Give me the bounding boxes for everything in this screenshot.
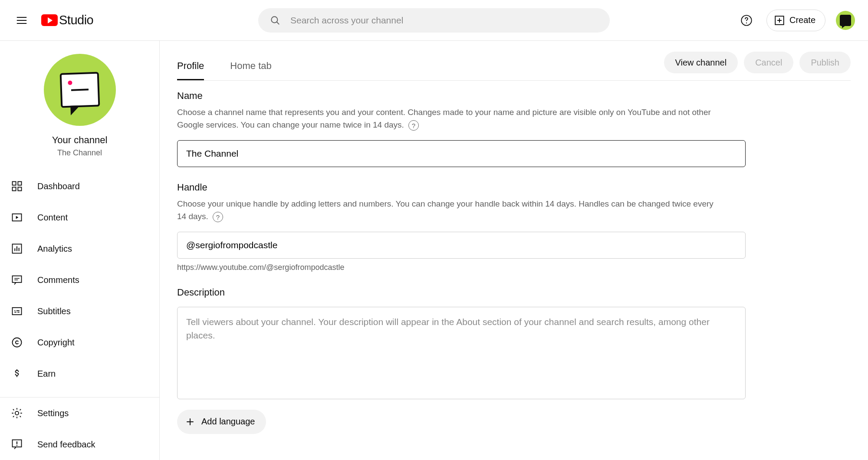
svg-point-15 <box>16 445 17 446</box>
handle-description: Choose your unique handle by adding lett… <box>177 197 724 223</box>
sidebar-item-label: Settings <box>37 408 69 418</box>
comments-icon <box>10 273 23 286</box>
sidebar-item-subtitles[interactable]: Subtitles <box>0 296 159 327</box>
sidebar-item-analytics[interactable]: Analytics <box>0 233 159 264</box>
logo-text: Studio <box>59 13 93 27</box>
sidebar: Your channel The Channel Dashboard Conte… <box>0 41 160 460</box>
svg-rect-6 <box>13 187 16 191</box>
svg-point-13 <box>15 411 19 415</box>
channel-avatar-icon <box>59 72 100 108</box>
youtube-play-icon <box>41 14 58 26</box>
handle-section: Handle Choose your unique handle by addi… <box>177 182 750 272</box>
copyright-icon <box>10 336 23 349</box>
sidebar-item-earn[interactable]: Earn <box>0 358 159 389</box>
publish-button[interactable]: Publish <box>799 52 851 73</box>
tab-home[interactable]: Home tab <box>230 60 271 80</box>
svg-rect-4 <box>13 182 16 185</box>
svg-rect-11 <box>13 308 22 315</box>
help-icon[interactable]: ? <box>213 212 223 222</box>
sidebar-item-label: Copyright <box>37 338 75 348</box>
name-input[interactable] <box>186 148 736 159</box>
channel-name: The Channel <box>57 148 102 158</box>
sidebar-item-comments[interactable]: Comments <box>0 264 159 296</box>
earn-icon <box>10 367 23 380</box>
sidebar-item-label: Send feedback <box>37 440 95 450</box>
sidebar-item-copyright[interactable]: Copyright <box>0 327 159 358</box>
sidebar-item-content[interactable]: Content <box>0 202 159 233</box>
menu-icon[interactable] <box>13 12 30 29</box>
account-avatar[interactable] <box>836 11 855 30</box>
svg-rect-5 <box>18 182 21 185</box>
channel-avatar[interactable] <box>44 54 116 126</box>
sidebar-item-settings[interactable]: Settings <box>0 398 159 429</box>
handle-heading: Handle <box>177 182 750 193</box>
name-field-wrapper <box>177 140 746 167</box>
studio-logo[interactable]: Studio <box>41 13 93 27</box>
description-section: Description Add language <box>177 287 750 434</box>
description-heading: Description <box>177 287 750 298</box>
svg-rect-7 <box>18 187 21 191</box>
sidebar-item-label: Subtitles <box>37 306 71 316</box>
plus-icon <box>185 417 195 427</box>
main-content: Profile Home tab View channel Cancel Pub… <box>160 41 868 460</box>
sidebar-item-label: Content <box>37 213 68 223</box>
dashboard-icon <box>10 180 23 193</box>
channel-title: Your channel <box>52 135 108 146</box>
sidebar-item-label: Earn <box>37 369 56 379</box>
analytics-icon <box>10 242 23 255</box>
name-description: Choose a channel name that represents yo… <box>177 106 724 131</box>
avatar-icon <box>840 15 851 26</box>
search-bar[interactable] <box>258 8 610 33</box>
create-icon <box>774 15 785 26</box>
handle-input[interactable] <box>186 240 736 250</box>
add-language-label: Add language <box>201 417 255 427</box>
svg-point-12 <box>13 338 22 347</box>
content-icon <box>10 211 23 224</box>
description-field-wrapper <box>177 307 746 399</box>
gear-icon <box>10 407 23 420</box>
sidebar-item-label: Analytics <box>37 244 72 254</box>
app-header: Studio Create <box>0 0 868 41</box>
add-language-button[interactable]: Add language <box>177 410 266 434</box>
search-icon <box>270 15 281 26</box>
sidebar-item-label: Comments <box>37 275 79 285</box>
help-icon[interactable]: ? <box>408 120 419 131</box>
tab-profile[interactable]: Profile <box>177 60 204 80</box>
search-input[interactable] <box>290 15 598 26</box>
name-heading: Name <box>177 90 750 102</box>
create-button[interactable]: Create <box>766 10 825 31</box>
svg-point-2 <box>746 22 747 23</box>
sidebar-item-send-feedback[interactable]: Send feedback <box>0 429 159 460</box>
create-label: Create <box>789 15 815 25</box>
view-channel-button[interactable]: View channel <box>664 52 738 73</box>
subtitles-icon <box>10 305 23 318</box>
sidebar-item-dashboard[interactable]: Dashboard <box>0 171 159 202</box>
svg-rect-10 <box>13 276 22 283</box>
sidebar-item-label: Dashboard <box>37 181 80 191</box>
cancel-button[interactable]: Cancel <box>744 52 793 73</box>
page-topbar: Profile Home tab View channel Cancel Pub… <box>177 41 851 81</box>
name-section: Name Choose a channel name that represen… <box>177 90 750 167</box>
description-input[interactable] <box>186 315 736 389</box>
feedback-icon <box>10 438 23 451</box>
help-icon[interactable] <box>737 11 756 30</box>
channel-block: Your channel The Channel <box>0 54 159 158</box>
handle-field-wrapper <box>177 232 746 259</box>
handle-url: https://www.youtube.com/@sergiofrompodca… <box>177 263 750 272</box>
